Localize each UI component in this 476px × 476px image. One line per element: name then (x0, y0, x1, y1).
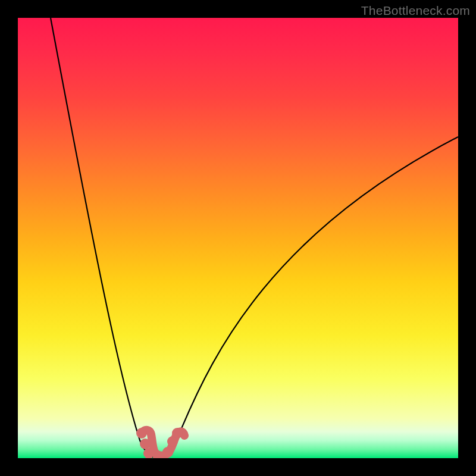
marker-dots (136, 428, 183, 458)
marker-dot (140, 439, 151, 449)
marker-layer (18, 18, 458, 458)
watermark-text: TheBottleneck.com (361, 4, 470, 18)
marker-dot (172, 428, 183, 439)
chart-frame (18, 18, 458, 458)
marker-dot (136, 428, 147, 439)
marker-dot (162, 447, 173, 458)
